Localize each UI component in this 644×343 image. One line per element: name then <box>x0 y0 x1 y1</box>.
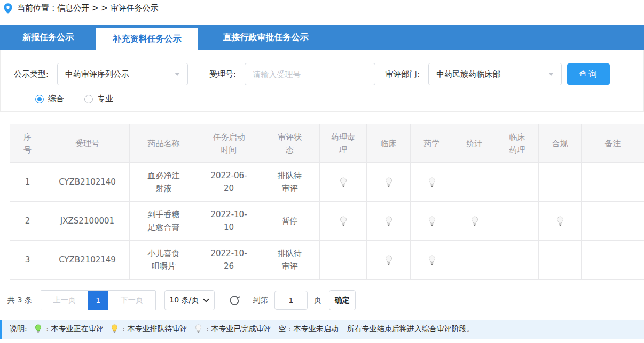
clinpharm-status-cell <box>496 241 539 280</box>
clinpharm-status-cell <box>496 163 539 202</box>
legend-item-text: ：本专业已完成审评 <box>204 324 271 334</box>
radio-comprehensive[interactable]: 综合 <box>35 94 64 104</box>
statistics-status-cell <box>453 163 496 202</box>
start-date-cell: 2022-10- 26 <box>198 241 260 280</box>
page-number-button[interactable]: 1 <box>88 291 108 310</box>
breadcrumb-label: 当前位置：信息公开 > > 审评任务公示 <box>17 3 158 13</box>
chevron-down-icon <box>175 73 180 76</box>
goto-page-input[interactable] <box>274 291 308 310</box>
refresh-icon[interactable] <box>229 294 240 306</box>
breadcrumb: 当前位置：信息公开 > > 审评任务公示 <box>0 0 644 17</box>
table-header-row: 序 号 受理号 药品名称 任务启动 时间 审评状 态 药理毒 理 临床 药学 统… <box>10 124 644 163</box>
acceptance-no-cell: JXZS2100001 <box>45 202 130 241</box>
drug-name-cell: 到手香糖 足愈合膏 <box>130 202 198 241</box>
legend-item-text: 空：本专业未启动 <box>279 324 339 334</box>
acceptance-no-cell: CYZB2102149 <box>45 241 130 280</box>
header-drug-name: 药品名称 <box>130 124 198 163</box>
radio-comprehensive-label: 综合 <box>48 94 64 104</box>
drug-name-cell: 血必净注 射液 <box>130 163 198 202</box>
next-page-button[interactable]: 下一页 <box>108 291 155 310</box>
legend-title: 说明: <box>10 324 27 334</box>
page-size-select[interactable]: 10 条/页 <box>164 290 215 310</box>
page-unit-label: 页 <box>314 296 321 305</box>
acceptance-no-label: 受理号: <box>209 69 236 79</box>
bulb-green-icon <box>35 324 42 334</box>
header-clinical: 临床 <box>367 124 411 163</box>
query-button[interactable]: 查询 <box>567 63 610 85</box>
header-pharm-toxicology: 药理毒 理 <box>320 124 367 163</box>
remark-cell <box>582 163 644 202</box>
legend-item: 空：本专业未启动 <box>279 324 339 334</box>
tab-new-report-tasks[interactable]: 新报任务公示 <box>0 25 96 50</box>
compliance-status-cell <box>539 202 582 241</box>
statistics-status-cell <box>453 202 496 241</box>
review-status-cell: 排队待 审评 <box>260 163 320 202</box>
clinical-status-cell <box>367 202 411 241</box>
table-row: 2 JXZS2100001 到手香糖 足愈合膏 2022-10- 10 暂停 <box>10 202 644 241</box>
legend-item: ：本专业已完成审评 <box>195 324 271 334</box>
publicity-type-select[interactable]: 中药审评序列公示 <box>57 63 188 85</box>
location-pin-icon <box>3 3 13 14</box>
review-department-select[interactable]: 中药民族药临床部 <box>428 63 562 85</box>
table-row: 1 CYZB2102140 血必净注 射液 2022-06- 20 排队待 审评 <box>10 163 644 202</box>
publicity-type-value: 中药审评序列公示 <box>65 69 129 79</box>
prev-page-button[interactable]: 上一页 <box>41 291 88 310</box>
start-date-cell: 2022-06- 20 <box>198 163 260 202</box>
header-review-status: 审评状 态 <box>260 124 320 163</box>
seq-cell: 2 <box>10 202 45 241</box>
clinical-status-cell <box>367 241 411 280</box>
legend-item: ：本专业排队待审评 <box>111 324 187 334</box>
remark-cell <box>582 241 644 280</box>
legend-item: ：本专业正在审评 <box>35 324 104 334</box>
legend-item-text: ：本专业正在审评 <box>44 324 104 334</box>
chevron-down-icon <box>203 298 209 302</box>
filter-panel: 公示类型: 中药审评序列公示 受理号: 审评部门: 中药民族药临床部 查询 综合… <box>0 50 644 112</box>
review-department-value: 中药民族药临床部 <box>436 69 500 79</box>
confirm-button[interactable]: 确定 <box>329 290 356 310</box>
seq-cell: 1 <box>10 163 45 202</box>
legend-suffix: 所有专业结束后将进入综合审评阶段。 <box>347 324 474 334</box>
chevron-down-icon <box>548 73 554 76</box>
compliance-status-cell <box>539 241 582 280</box>
review-status-cell: 暂停 <box>260 202 320 241</box>
header-seq: 序 号 <box>10 124 45 163</box>
goto-page-label: 到第 <box>253 296 268 305</box>
clinpharm-status-cell <box>496 202 539 241</box>
header-clinical-pharm: 临床 药理 <box>496 124 539 163</box>
pharmacy-status-cell <box>411 163 453 202</box>
header-pharmacy: 药学 <box>411 124 453 163</box>
page-size-value: 10 条/页 <box>169 296 199 305</box>
remark-cell <box>582 202 644 241</box>
pharmtox-status-cell <box>320 202 367 241</box>
acceptance-no-input[interactable] <box>245 63 375 85</box>
mode-radio-group: 综合 专业 <box>14 94 643 104</box>
table-row: 3 CYZB2102149 小儿喜食 咀嚼片 2022-10- 26 排队待 审… <box>10 241 644 280</box>
legend-bar: 说明: ：本专业正在审评 ：本专业排队待审评 ：本专业已完成审评 空：本专业未启… <box>0 320 644 339</box>
total-count: 共 3 条 <box>7 296 32 305</box>
radio-specialty[interactable]: 专业 <box>84 94 113 104</box>
radio-circle-icon <box>84 95 93 103</box>
header-statistics: 统计 <box>453 124 496 163</box>
radio-circle-icon <box>35 95 44 103</box>
clinical-status-cell <box>367 163 411 202</box>
review-department-label: 审评部门: <box>385 69 420 79</box>
tab-supplementary-material-tasks[interactable]: 补充资料任务公示 <box>96 28 198 50</box>
header-compliance: 合规 <box>539 124 582 163</box>
review-status-cell: 排队待 审评 <box>260 241 320 280</box>
tab-direct-administrative-approval-tasks[interactable]: 直接行政审批任务公示 <box>198 25 333 50</box>
pharmtox-status-cell <box>320 241 367 280</box>
legend-item-text: ：本专业排队待审评 <box>120 324 187 334</box>
pharmacy-status-cell <box>411 241 453 280</box>
statistics-status-cell <box>453 241 496 280</box>
acceptance-no-cell: CYZB2102140 <box>45 163 130 202</box>
review-task-table: 序 号 受理号 药品名称 任务启动 时间 审评状 态 药理毒 理 临床 药学 统… <box>10 124 644 280</box>
drug-name-cell: 小儿喜食 咀嚼片 <box>130 241 198 280</box>
header-start-date: 任务启动 时间 <box>198 124 260 163</box>
publicity-type-label: 公示类型: <box>14 69 49 79</box>
header-remark: 备注 <box>582 124 644 163</box>
pharmtox-status-cell <box>320 163 367 202</box>
bulb-yellow-icon <box>111 324 118 334</box>
radio-specialty-label: 专业 <box>97 94 113 104</box>
seq-cell: 3 <box>10 241 45 280</box>
bulb-gray-icon <box>195 324 202 334</box>
